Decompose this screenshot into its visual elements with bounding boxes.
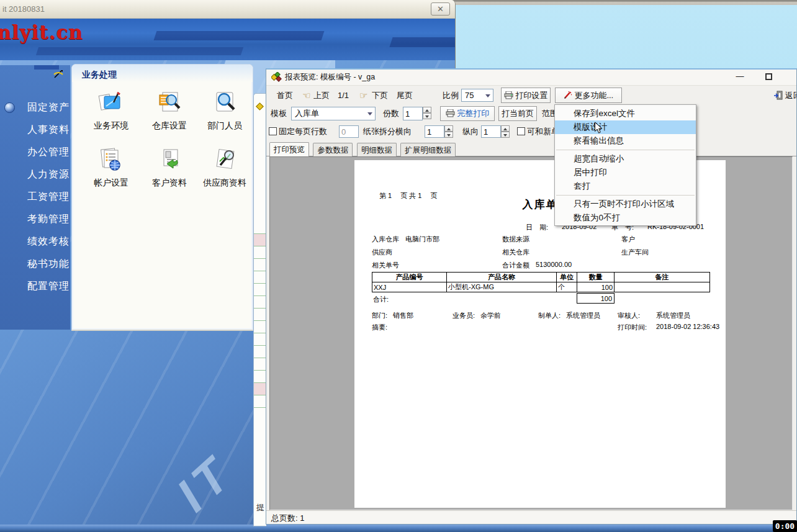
menu-item-view-output-info[interactable]: 察看输出信息 [555,134,696,148]
report-preview-window: 报表预览: 模板编号 - v_ga — 首页 ☜ 上页 1/1 ☞ 下页 尾页 … [266,68,797,525]
print-preview-area: 第 1 页 共 1 页 入库单 日 期: 2018-09-02 单 号: RK-… [269,156,793,510]
menu-item-zero-not-printed[interactable]: 数值为0不打 [555,211,696,225]
panel-item-label: 仓库设置 [140,120,199,132]
menu-item-center-print[interactable]: 居中打印 [555,166,696,179]
clerk-label: 业务员: [453,311,475,320]
panel-item-label: 业务环境 [81,120,141,132]
dept-value: 销售部 [393,311,413,320]
menu-item-skip-subtotal-single-page[interactable]: 只有一页时不打印小计区域 [555,197,696,211]
grid-row-highlight [254,234,266,246]
split-horizontal-label: 纸张拆分横向 [363,123,412,140]
close-icon[interactable]: ✕ [431,2,450,16]
minimize-icon[interactable]: — [732,71,748,83]
prev-page-button[interactable]: 上页 [313,86,330,106]
chevron-down-icon [485,94,490,97]
auditor-value: 系统管理员 [656,311,690,320]
sidebar-item-payroll[interactable]: 工资管理 [0,186,70,208]
more-functions-button[interactable]: 更多功能... [555,88,622,103]
print-current-page-button[interactable]: 打当前页 [498,106,537,121]
cell-remark [615,282,710,292]
pushpin-icon[interactable] [53,69,64,80]
print-time-value: 2018-09-02 12:36:43 [656,323,719,330]
copies-label: 份数 [383,105,399,122]
panel-item-label: 部门人员 [195,120,253,132]
report-toolbar-paging: 固定每页行数 纸张拆分横向 纵向 可和新单据合打 [266,123,796,140]
split-vertical-stepper[interactable] [501,125,510,138]
sidebar-menu: 固定资产 人事资料 办公管理 人力资源 工资管理 考勤管理 绩效考核 秘书功能 … [0,96,70,297]
page-indicator: 1/1 [338,86,349,106]
next-page-button[interactable]: 下页 [372,86,388,106]
split-vertical-input[interactable] [481,125,501,138]
report-window-icon [271,72,282,83]
split-horizontal-stepper[interactable] [444,125,453,138]
return-button[interactable]: 返回 [774,88,797,103]
sidebar-item-configuration[interactable]: 配置管理 [0,275,70,297]
split-horizontal-input[interactable] [425,125,444,138]
template-label: 模板 [271,105,287,122]
panel-item-customer-data[interactable]: 客户资料 [140,147,199,189]
print-settings-button[interactable]: 打印设置 [501,88,551,103]
panel-item-warehouse-setup[interactable]: 仓库设置 [140,89,199,132]
dept-staff-icon [212,89,238,115]
hint-text: 提 [256,502,264,513]
warehouse-setup-icon [156,89,182,115]
sidebar-item-hr-records[interactable]: 人事资料 [0,119,70,141]
items-table: 产品编号 产品名称 单位 数量 备注 XXJ 小型机-XG-MG 个 100 [372,272,710,292]
mouse-cursor [594,122,603,134]
fixed-rows-input[interactable] [339,125,359,138]
panel-item-business-env[interactable]: 业务环境 [81,89,141,132]
menu-separator [556,150,695,150]
banner-streak [36,47,243,55]
full-print-button[interactable]: 完整打印 [440,106,495,121]
sidebar-item-fixed-assets[interactable]: 固定资产 [0,96,70,119]
info-label: 相关仓库 [502,248,529,257]
table-row: XXJ 小型机-XG-MG 个 100 [372,282,710,292]
info-value: 5130000.00 [536,261,572,268]
panel-item-dept-staff[interactable]: 部门人员 [195,89,253,132]
maximize-icon[interactable] [760,71,777,83]
report-window-title: 报表预览: 模板编号 - v_ga [285,70,375,85]
cell-product-code: XXJ [372,282,447,292]
banner-streak [154,31,325,40]
first-page-button[interactable]: 首页 [277,86,293,106]
sidebar-item-performance[interactable]: 绩效考核 [0,230,70,253]
scale-select[interactable]: 75 [461,89,493,102]
panel-item-label: 客户资料 [140,178,199,189]
sidebar-item-secretary[interactable]: 秘书功能 [0,253,70,275]
report-toolbar-nav: 首页 ☜ 上页 1/1 ☞ 下页 尾页 比例 75 打印设置 [266,85,796,105]
col-unit: 单位 [557,273,577,282]
menu-item-template-design[interactable]: 模版设计 [555,120,696,134]
menu-item-save-to-excel[interactable]: 保存到excel文件 [555,107,696,120]
auditor-label: 审核人: [618,311,640,320]
info-label: 合计金额 [502,261,529,270]
info-label: 供应商 [372,248,392,257]
chevron-down-icon [367,112,372,115]
grid-row-highlight [254,383,266,395]
menu-item-overlay-print[interactable]: 套打 [555,179,696,193]
merge-checkbox[interactable] [517,127,525,135]
total-pages-status: 总页数: 1 [271,513,304,524]
panel-item-account-setup[interactable]: 帐户设置 [81,147,141,189]
copies-stepper[interactable] [423,107,431,119]
template-select[interactable]: 入库单 [291,107,376,120]
business-env-icon [98,89,124,115]
copies-input[interactable] [403,107,423,120]
total-label: 合计: [373,295,389,304]
menu-item-auto-shrink-wide[interactable]: 超宽自动缩小 [555,152,696,166]
cell-unit: 个 [557,282,577,292]
info-label: 入库仓库 [372,235,399,244]
panel-item-supplier-data[interactable]: 供应商资料 [195,147,253,189]
maker-value: 系统管理员 [566,311,600,320]
fixed-rows-checkbox[interactable] [269,127,277,135]
supplier-data-icon [212,147,238,173]
sidebar-item-attendance[interactable]: 考勤管理 [0,208,70,230]
menu-separator [556,195,695,196]
last-page-button[interactable]: 尾页 [397,86,413,106]
printer-icon [504,91,513,99]
fixed-rows-label: 固定每页行数 [279,123,327,140]
sidebar-item-office-mgmt[interactable]: 办公管理 [0,141,70,163]
desktop: it 20180831 ✕ nlyit.cn IT 固定资产 人事资料 办公管理… [0,0,797,532]
info-label: 生产车间 [621,248,649,257]
sidebar-item-human-resource[interactable]: 人力资源 [0,163,70,186]
banner-streak [389,37,455,47]
